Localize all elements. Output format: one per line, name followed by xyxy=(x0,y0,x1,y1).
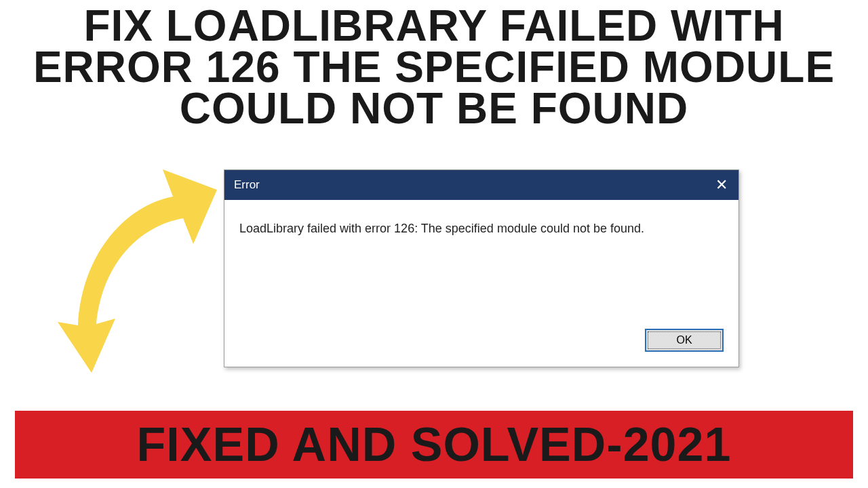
dialog-message: LoadLibrary failed with error 126: The s… xyxy=(224,200,738,329)
bottom-banner: FIXED AND SOLVED-2021 xyxy=(15,411,853,479)
error-dialog: Error ✕ LoadLibrary failed with error 12… xyxy=(224,169,739,367)
dialog-title: Error xyxy=(234,178,260,192)
headline-text: FIX LOADLIBRARY FAILED WITH ERROR 126 TH… xyxy=(14,5,854,129)
dialog-titlebar[interactable]: Error ✕ xyxy=(224,170,738,200)
close-icon[interactable]: ✕ xyxy=(705,170,738,200)
dialog-button-row: OK xyxy=(224,329,738,367)
banner-text: FIXED AND SOLVED-2021 xyxy=(137,418,732,472)
arrow-icon xyxy=(47,169,224,380)
ok-button[interactable]: OK xyxy=(645,329,724,352)
